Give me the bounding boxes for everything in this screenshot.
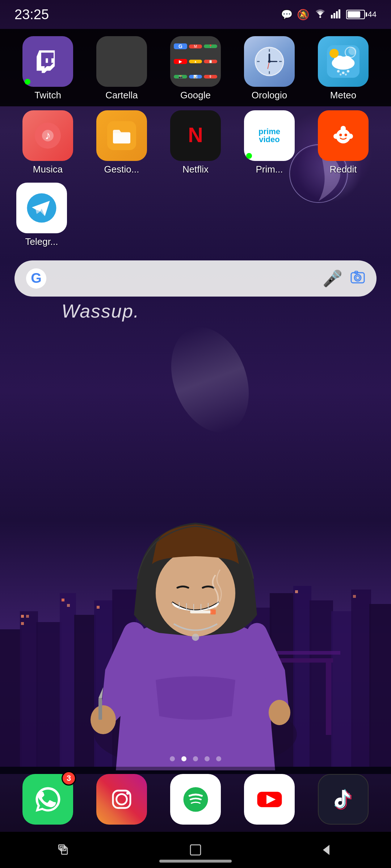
tiktok-icon[interactable] — [318, 774, 369, 825]
dock-whatsapp[interactable]: 3 — [22, 774, 73, 825]
app-orologio[interactable]: Orologio — [239, 36, 300, 101]
second-apps-row: ♪ Musica Gestio... N Netflix — [0, 105, 391, 180]
home-indicator — [159, 860, 232, 863]
twitch-label: Twitch — [34, 90, 61, 101]
telegram-icon[interactable] — [16, 183, 67, 233]
svg-rect-54 — [333, 13, 335, 18]
whatsapp-badge: 3 — [62, 771, 76, 786]
page-dot-2[interactable] — [181, 756, 186, 761]
youtube-icon[interactable] — [244, 774, 295, 825]
svg-text:♪: ♪ — [45, 129, 51, 142]
app-gestione[interactable]: Gestio... — [91, 110, 152, 175]
svg-point-87 — [345, 134, 347, 136]
page-dot-4[interactable] — [205, 756, 210, 761]
svg-rect-55 — [336, 11, 338, 18]
svg-rect-49 — [98, 698, 102, 720]
nav-back-button[interactable] — [311, 839, 340, 861]
svg-rect-56 — [339, 9, 340, 18]
svg-point-97 — [356, 276, 360, 280]
mute-icon: 🔕 — [297, 9, 310, 21]
google-search-bar[interactable]: G 🎤 — [14, 260, 377, 297]
microphone-icon[interactable]: 🎤 — [323, 269, 342, 288]
meteo-icon[interactable] — [318, 36, 369, 87]
svg-point-48 — [91, 705, 116, 734]
svg-point-78 — [348, 47, 356, 55]
nav-home-button[interactable] — [181, 839, 210, 861]
page-dot-3[interactable] — [193, 756, 198, 761]
musica-icon[interactable]: ♪ — [22, 110, 73, 161]
top-apps-row: Twitch Cartella G M 📍 ▶ ▲ 📋 📸 📊 🎙 — [0, 29, 391, 106]
dock-spotify[interactable] — [170, 774, 221, 825]
prime-icon[interactable]: prime video — [244, 110, 295, 161]
svg-rect-46 — [190, 610, 212, 613]
netflix-icon[interactable]: N — [170, 110, 221, 161]
whatsapp-status-icon: 💬 — [281, 9, 293, 20]
navigation-bar — [0, 832, 391, 868]
app-reddit[interactable]: Reddit — [312, 110, 374, 175]
svg-marker-109 — [323, 845, 329, 855]
meteo-label: Meteo — [330, 90, 356, 101]
app-google-folder[interactable]: G M 📍 ▶ ▲ 📋 📸 📊 🎙 Google — [165, 36, 226, 101]
search-action-icons: 🎤 — [323, 269, 366, 288]
wifi-icon — [314, 8, 327, 21]
orologio-icon[interactable] — [244, 36, 295, 87]
svg-text:G: G — [31, 271, 42, 286]
telegram-label: Telegr... — [25, 236, 58, 247]
status-bar: 23:25 💬 🔕 — [0, 0, 391, 29]
svg-point-73 — [347, 70, 349, 72]
svg-rect-47 — [210, 609, 216, 614]
reddit-label: Reddit — [329, 164, 357, 175]
svg-rect-53 — [331, 15, 333, 18]
prime-icon-wrapper[interactable]: prime video — [244, 110, 295, 161]
dock-tiktok[interactable] — [318, 774, 369, 825]
svg-point-72 — [342, 72, 344, 74]
nav-recents-button[interactable] — [51, 839, 80, 861]
prime-label: Prim... — [256, 164, 283, 175]
prime-active-dot — [246, 153, 252, 159]
google-folder-label: Google — [180, 90, 211, 101]
status-icons: 💬 🔕 44 — [281, 8, 377, 21]
svg-point-40 — [156, 550, 235, 637]
svg-point-86 — [339, 134, 342, 136]
netflix-label: Netflix — [182, 164, 209, 175]
svg-point-90 — [333, 134, 339, 139]
twitch-active-dot — [25, 79, 30, 85]
page-dot-1[interactable] — [170, 756, 175, 761]
svg-point-75 — [345, 73, 347, 75]
gestione-label: Gestio... — [104, 164, 139, 175]
page-dot-5[interactable] — [216, 756, 221, 761]
musica-label: Musica — [33, 164, 63, 175]
svg-point-101 — [126, 792, 129, 795]
app-netflix[interactable]: N Netflix — [165, 110, 226, 175]
cartella-label: Cartella — [105, 90, 138, 101]
app-twitch[interactable]: Twitch — [17, 36, 79, 101]
page-indicator — [170, 756, 221, 761]
character-illustration — [0, 427, 391, 770]
battery: 44 — [346, 10, 377, 19]
app-prime[interactable]: prime video Prim... — [239, 110, 300, 175]
instagram-icon[interactable] — [96, 774, 147, 825]
gestione-icon[interactable] — [96, 110, 147, 161]
twitch-icon[interactable] — [22, 36, 73, 87]
svg-point-50 — [269, 700, 290, 725]
app-musica[interactable]: ♪ Musica — [17, 110, 79, 175]
svg-point-71 — [337, 70, 340, 72]
app-meteo[interactable]: Meteo — [312, 36, 374, 101]
svg-point-96 — [354, 275, 361, 281]
app-telegram[interactable]: Telegr... — [11, 183, 72, 247]
google-logo: G — [25, 268, 47, 289]
app-cartella[interactable]: Cartella — [91, 36, 152, 101]
svg-text:N: N — [188, 123, 203, 146]
dock-instagram[interactable] — [96, 774, 147, 825]
app-dock: 3 — [0, 767, 391, 832]
third-apps-row: Telegr... — [0, 177, 391, 253]
cartella-icon[interactable] — [96, 36, 147, 87]
camera-icon[interactable] — [350, 269, 366, 288]
google-folder-icon[interactable]: G M 📍 ▶ ▲ 📋 📸 📊 🎙 — [170, 36, 221, 87]
wallpaper-text: Wassup. — [62, 300, 139, 322]
spotify-icon[interactable] — [170, 774, 221, 825]
reddit-icon[interactable] — [318, 110, 369, 161]
dock-youtube[interactable] — [244, 774, 295, 825]
signal-icon — [331, 8, 342, 21]
whatsapp-icon[interactable]: 3 — [22, 774, 73, 825]
